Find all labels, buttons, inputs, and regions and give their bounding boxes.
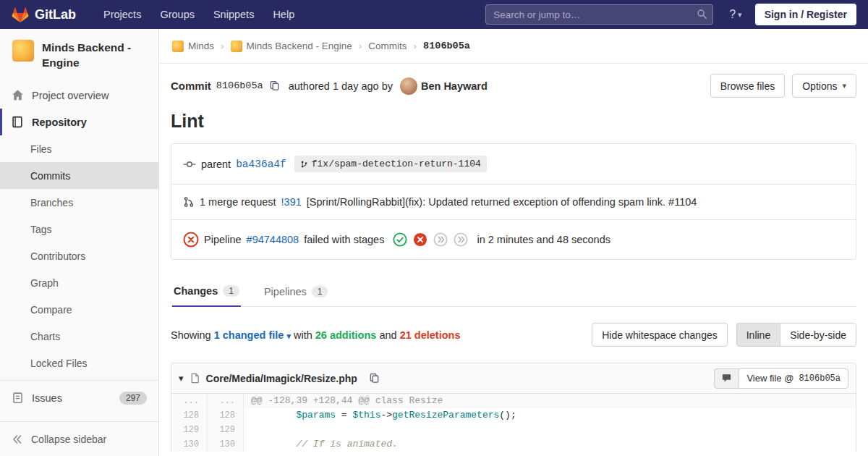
brand-name: GitLab [35,7,76,22]
sidebar-subitem-commits[interactable]: Commits [0,162,158,189]
view-file-button[interactable]: View file @ 8106b05a [739,368,848,389]
mr-count-text: 1 merge request [200,196,276,208]
old-line-number: ... [171,394,208,408]
git-branch-icon [300,160,308,169]
mr-ref-link[interactable]: !391 [281,196,302,208]
collapse-diff-caret[interactable]: ▾ [179,373,184,384]
changed-files-dropdown[interactable]: 1 changed file ▾ [214,329,291,341]
search-icon [697,9,707,20]
collapse-sidebar-button[interactable]: Collapse sidebar [0,421,158,456]
project-sidebar: Minds Backend - Engine Project overview … [0,29,159,456]
new-line-number[interactable]: 130 [208,437,244,452]
main-content: Minds › Minds Backend - Engine › Commits… [159,29,868,456]
code-line [244,423,856,437]
pipeline-failed-icon [183,232,199,248]
diff-hunk-header-row: ... ... @@ -128,39 +128,44 @@ class Resi… [171,394,856,408]
sidebar-divider [0,380,158,381]
commit-actions: Browse files Options ▾ [710,74,856,98]
commit-header: Commit 8106b05a authored 1 day ago by Be… [171,74,856,98]
diff-file-header: ▾ Core/Media/Imagick/Resize.php [171,363,856,394]
new-line-number[interactable]: 128 [208,408,244,423]
copy-sha-button[interactable] [268,79,281,93]
help-dropdown[interactable]: ? ▾ [729,8,741,21]
with-label: with [294,329,312,341]
browse-files-button[interactable]: Browse files [710,74,785,98]
diff-line: 128 128 $params = $this->getResizeParame… [171,408,856,423]
old-line-number[interactable]: 128 [171,408,208,423]
group-avatar [172,41,184,52]
double-chevron-left-icon [12,434,23,445]
mr-title-text: [Sprint/RollingRabbit](fix): Updated ret… [307,196,697,208]
branch-name: fix/spam-detection-return-1104 [312,159,481,169]
sidebar-project-header[interactable]: Minds Backend - Engine [0,29,158,76]
sidebar-subitem-files[interactable]: Files [0,135,158,162]
search-box [485,4,713,25]
nav-item-projects[interactable]: Projects [103,9,141,20]
sidebar-subitem-tags[interactable]: Tags [0,216,158,242]
gitlab-home-link[interactable]: GitLab [12,7,76,23]
sidebar-subitem-compare[interactable]: Compare [0,296,158,323]
sidebar-subitem-graph[interactable]: Graph [0,269,158,296]
top-navbar: GitLab Projects Groups Snippets Help ? ▾… [0,0,868,29]
stage-success-icon[interactable] [393,232,407,247]
breadcrumb-separator: › [221,41,224,51]
stage-skipped-icon[interactable] [454,232,468,247]
breadcrumb-item-group[interactable]: Minds [172,41,214,52]
parent-sha-link[interactable]: ba436a4f [236,159,286,170]
new-line-number: ... [208,394,244,408]
sign-in-button[interactable]: Sign in / Register [755,4,856,25]
file-icon [190,373,200,384]
stage-skipped-icon[interactable] [433,232,448,247]
parent-label: parent [201,159,231,170]
search-input[interactable] [485,4,713,25]
inline-view-button[interactable]: Inline [736,323,780,347]
options-dropdown-button[interactable]: Options ▾ [792,74,856,98]
sidebar-item-project-overview[interactable]: Project overview [0,82,158,109]
additions-count: 26 additions [315,329,377,341]
breadcrumb-item-project[interactable]: Minds Backend - Engine [231,41,352,52]
sidebar-item-issues[interactable]: Issues 297 [0,384,158,411]
help-icon: ? [729,8,736,21]
git-merge-icon [183,196,195,208]
deletions-count: 21 deletions [400,329,461,341]
branch-badge[interactable]: fix/spam-detection-return-1104 [294,156,487,172]
sidebar-subitem-contributors[interactable]: Contributors [0,242,158,269]
hide-whitespace-button[interactable]: Hide whitespace changes [592,323,728,347]
nav-item-snippets[interactable]: Snippets [213,9,254,20]
pipeline-row: Pipeline #94744808 failed with stages [171,219,856,259]
stage-failed-icon[interactable] [413,232,427,247]
diff-body: ... ... @@ -128,39 +128,44 @@ class Resi… [171,394,856,452]
sidebar-project-name: Minds Backend - Engine [42,40,147,70]
view-file-sha: 8106b05a [799,373,841,384]
diff-filename[interactable]: Core/Media/Imagick/Resize.php [206,373,357,384]
breadcrumb-item-commits[interactable]: Commits [368,41,407,51]
pipeline-mini-graph [393,232,468,247]
project-avatar [231,41,242,52]
and-label: and [379,329,396,341]
nav-item-groups[interactable]: Groups [160,9,195,20]
toggle-comments-button[interactable] [714,368,739,389]
sidebar-subitem-locked-files[interactable]: Locked Files [0,350,158,376]
diff-stats-text: Showing 1 changed file ▾ with 26 additio… [171,329,460,341]
comment-icon [721,373,732,384]
author-avatar[interactable] [400,77,417,95]
author-name[interactable]: Ben Hayward [421,80,488,92]
old-line-number[interactable]: 130 [171,437,208,452]
copy-path-button[interactable] [367,371,381,385]
pipeline-id-link[interactable]: #94744808 [247,234,299,245]
new-line-number[interactable]: 129 [208,423,244,437]
tab-pipelines[interactable]: Pipelines 1 [263,277,330,306]
gitlab-tanuki-icon [12,7,29,23]
options-label: Options [802,80,837,92]
side-by-side-view-button[interactable]: Side-by-side [780,323,856,347]
pipeline-label: Pipeline [204,234,242,245]
commit-info-box: parent ba436a4f fix/spam-detection-retur… [171,143,856,260]
sidebar-subitem-branches[interactable]: Branches [0,189,158,216]
sidebar-item-repository[interactable]: Repository [0,109,158,135]
tab-changes[interactable]: Changes 1 [172,277,241,307]
old-line-number[interactable]: 129 [171,423,208,437]
nav-item-help[interactable]: Help [273,9,294,20]
repository-icon [12,116,24,128]
tab-count-badge: 1 [223,285,239,297]
sidebar-subitem-charts[interactable]: Charts [0,323,158,350]
